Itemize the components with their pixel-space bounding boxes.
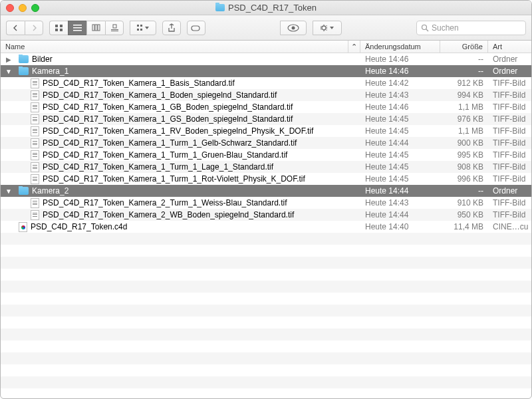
svg-rect-12 [111, 31, 118, 31]
svg-rect-5 [73, 27, 82, 29]
file-size: 910 KB [440, 198, 488, 207]
tif-file-icon [31, 150, 39, 160]
file-name: PSD_C4D_R17_Token_Kamera_1_Basis_Standar… [43, 78, 235, 88]
file-row[interactable]: ▶PSD_C4D_R17_Token_Kamera_2_Turm_1_Weiss… [1, 197, 531, 209]
file-kind: TIFF-Bild [488, 138, 531, 148]
file-size: -- [440, 66, 488, 76]
disclosure-triangle[interactable]: ▼ [5, 188, 12, 195]
file-kind: CINE…cu [488, 222, 531, 231]
file-kind: TIFF-Bild [488, 102, 531, 112]
file-row[interactable]: ▶PSD_C4D_R17_Token_Kamera_1_Basis_Standa… [1, 77, 531, 89]
svg-rect-4 [73, 25, 82, 26]
file-row[interactable]: ▶PSD_C4D_R17_Token.c4dHeute 14:4011,4 MB… [1, 221, 531, 233]
disclosure-triangle[interactable]: ▶ [5, 56, 12, 63]
empty-row [1, 305, 531, 317]
icon-view-button[interactable] [49, 21, 68, 35]
file-row[interactable]: ▶PSD_C4D_R17_Token_Kamera_1_Turm_1_Rot-V… [1, 173, 531, 185]
svg-rect-2 [55, 29, 58, 31]
svg-rect-7 [92, 25, 94, 31]
svg-rect-8 [95, 25, 97, 31]
file-date: Heute 14:46 [360, 55, 440, 64]
folder-icon [215, 4, 225, 11]
list-view-button[interactable] [68, 21, 86, 35]
close-window-button[interactable] [6, 4, 14, 12]
file-row[interactable]: ▶PSD_C4D_R17_Token_Kamera_1_GB_Boden_spi… [1, 101, 531, 113]
file-size: 912 KB [440, 78, 488, 88]
empty-row [1, 233, 531, 245]
file-row[interactable]: ▶PSD_C4D_R17_Token_Kamera_1_Turm_1_Lage_… [1, 161, 531, 173]
svg-rect-15 [140, 25, 142, 27]
empty-row [1, 293, 531, 305]
file-name: PSD_C4D_R17_Token_Kamera_1_Turm_1_Rot-Vi… [43, 174, 305, 184]
svg-point-19 [292, 26, 295, 29]
forward-button[interactable] [25, 21, 43, 35]
column-view-button[interactable] [86, 21, 105, 35]
arrange-button[interactable] [130, 21, 156, 35]
search-input[interactable]: Suchen [416, 21, 526, 35]
file-row[interactable]: ▶PSD_C4D_R17_Token_Kamera_1_Turm_1_Gruen… [1, 149, 531, 161]
svg-rect-17 [192, 26, 200, 31]
quicklook-button[interactable] [280, 21, 307, 35]
file-size: 1,1 MB [440, 102, 488, 112]
folder-row[interactable]: ▶BilderHeute 14:46--Ordner [1, 53, 531, 65]
svg-line-22 [426, 29, 428, 31]
column-kind[interactable]: Art [488, 41, 531, 53]
tags-button[interactable] [187, 21, 205, 35]
file-date: Heute 14:43 [360, 90, 440, 100]
back-button[interactable] [6, 21, 25, 35]
file-name: PSD_C4D_R17_Token_Kamera_1_Turm_1_Gelb-S… [43, 138, 297, 148]
folder-row[interactable]: ▼Kamera_1Heute 14:46--Ordner [1, 65, 531, 77]
tif-file-icon [31, 78, 39, 88]
file-date: Heute 14:46 [360, 66, 440, 76]
zoom-window-button[interactable] [31, 4, 39, 12]
nav-buttons [6, 21, 43, 35]
file-name: PSD_C4D_R17_Token.c4d [31, 222, 127, 231]
file-date: Heute 14:45 [360, 174, 440, 184]
action-button[interactable] [313, 21, 342, 35]
file-date: Heute 14:45 [360, 162, 440, 172]
file-name: PSD_C4D_R17_Token_Kamera_1_GS_Boden_spie… [43, 114, 293, 124]
tif-file-icon [31, 162, 39, 172]
file-date: Heute 14:44 [360, 138, 440, 148]
file-date: Heute 14:43 [360, 198, 440, 207]
column-date[interactable]: Änderungsdatum [360, 41, 440, 53]
column-name[interactable]: Name [1, 41, 348, 53]
file-date: Heute 14:46 [360, 102, 440, 112]
column-sort-indicator[interactable]: ⌃ [348, 41, 360, 53]
share-button[interactable] [162, 21, 181, 35]
file-row[interactable]: ▶PSD_C4D_R17_Token_Kamera_1_GS_Boden_spi… [1, 113, 531, 125]
file-row[interactable]: ▶PSD_C4D_R17_Token_Kamera_1_Turm_1_Gelb-… [1, 137, 531, 149]
empty-row [1, 245, 531, 257]
search-placeholder: Suchen [432, 23, 459, 33]
file-date: Heute 14:44 [360, 186, 440, 196]
file-kind: TIFF-Bild [488, 90, 531, 100]
file-date: Heute 14:45 [360, 150, 440, 160]
file-kind: Ordner [488, 186, 531, 196]
tif-file-icon [31, 90, 39, 100]
file-date: Heute 14:45 [360, 114, 440, 124]
file-name: PSD_C4D_R17_Token_Kamera_2_Turm_1_Weiss-… [43, 198, 287, 207]
file-row[interactable]: ▶PSD_C4D_R17_Token_Kamera_1_RV_Boden_spi… [1, 125, 531, 137]
svg-rect-14 [137, 29, 139, 31]
file-size: 976 KB [440, 114, 488, 124]
disclosure-triangle[interactable]: ▼ [5, 68, 12, 75]
tif-file-icon [31, 210, 39, 220]
file-kind: TIFF-Bild [488, 150, 531, 160]
file-kind: Ordner [488, 66, 531, 76]
file-name: PSD_C4D_R17_Token_Kamera_1_Turm_1_Lage_1… [43, 162, 273, 172]
file-name: PSD_C4D_R17_Token_Kamera_1_Turm_1_Gruen-… [43, 150, 287, 160]
file-row[interactable]: ▶PSD_C4D_R17_Token_Kamera_2_WB_Boden_spi… [1, 209, 531, 221]
file-size: -- [440, 186, 488, 196]
file-row[interactable]: ▶PSD_C4D_R17_Token_Kamera_1_Boden_spiege… [1, 89, 531, 101]
titlebar: PSD_C4D_R17_Token [1, 1, 531, 15]
empty-row [1, 281, 531, 293]
tif-file-icon [31, 102, 39, 112]
minimize-window-button[interactable] [19, 4, 27, 12]
folder-icon [19, 55, 29, 63]
column-size[interactable]: Größe [440, 41, 488, 53]
window-title-text: PSD_C4D_R17_Token [228, 3, 317, 13]
folder-row[interactable]: ▼Kamera_2Heute 14:44--Ordner [1, 185, 531, 197]
coverflow-view-button[interactable] [105, 21, 124, 35]
empty-row [1, 376, 531, 388]
file-size: 900 KB [440, 138, 488, 148]
